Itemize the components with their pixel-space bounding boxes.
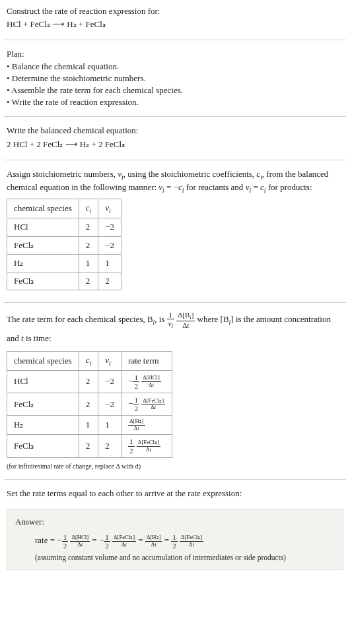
rateterm-text: The rate term for each chemical species,… [7, 311, 343, 346]
cell-nu: 1 [98, 416, 122, 435]
table-header-row: chemical species ci νi rate term [7, 351, 172, 370]
balanced-heading: Write the balanced chemical equation: [7, 125, 343, 137]
col-nu: νi [98, 351, 122, 370]
cell-c: 2 [79, 218, 98, 236]
subscript-i: i [90, 207, 92, 214]
cell-species: H₂ [7, 416, 79, 435]
divider [4, 479, 346, 480]
cell-nu: −2 [98, 370, 122, 393]
set-equal-text: Set the rate terms equal to each other t… [7, 488, 343, 499]
prompt-line: Construct the rate of reaction expressio… [7, 5, 343, 17]
cell-c: 1 [79, 416, 98, 435]
cell-rate-term: −12 Δ[HCl]Δt [122, 370, 172, 393]
plan-item-text: Write the rate of reaction expression. [12, 97, 139, 107]
table-row: HCl 2 −2 −12 Δ[HCl]Δt [7, 370, 172, 393]
cell-species: FeCl₃ [7, 272, 79, 290]
fraction: 12 [171, 533, 178, 550]
equals-sign: = [164, 535, 172, 545]
text: for products: [265, 182, 312, 192]
cell-nu: 2 [98, 435, 122, 457]
divider [4, 302, 346, 303]
rateterm-table: chemical species ci νi rate term HCl 2 −… [7, 351, 172, 458]
text: for reactants and [184, 182, 246, 192]
fraction: Δ[Bi]Δt [176, 311, 195, 329]
col-rate-term: rate term [122, 351, 172, 370]
fraction: 12 [104, 533, 110, 550]
cell-c: 2 [79, 435, 98, 457]
text: Assign stoichiometric numbers, [7, 169, 118, 179]
answer-note: (assuming constant volume and no accumul… [15, 552, 335, 563]
table-row: H₂ 1 1 [7, 254, 122, 272]
equals-sign: = [138, 535, 145, 545]
text: The rate term for each chemical species,… [7, 314, 153, 324]
table-row: FeCl₃ 2 2 12 Δ[FeCl₃]Δt [7, 435, 172, 457]
fraction: 12 [133, 373, 139, 390]
fraction: 12 [62, 533, 69, 550]
plan-item: • Assemble the rate term for each chemic… [7, 84, 343, 96]
plan-item: • Write the rate of reaction expression. [7, 96, 343, 108]
fraction: Δ[FeCl₂]Δt [112, 534, 136, 548]
text: = − [164, 182, 178, 192]
cell-nu: 1 [98, 254, 122, 272]
plan-item: • Balance the chemical equation. [7, 61, 343, 73]
cell-species: FeCl₃ [7, 435, 79, 457]
cell-species: FeCl₂ [7, 393, 79, 416]
cell-nu: 2 [98, 272, 122, 290]
col-c: ci [79, 199, 98, 218]
col-species: chemical species [7, 199, 79, 218]
divider [4, 116, 346, 117]
cell-species: H₂ [7, 254, 79, 272]
cell-c: 2 [79, 236, 98, 254]
divider [4, 40, 346, 40]
cell-c: 2 [79, 370, 98, 393]
answer-box: Answer: rate = −12 Δ[HCl]Δt = −12 Δ[FeCl… [7, 509, 343, 570]
plan-item-text: Assemble the rate term for each chemical… [11, 85, 183, 95]
table-row: FeCl₃ 2 2 [7, 272, 122, 290]
cell-nu: −2 [98, 393, 122, 416]
cell-c: 2 [79, 393, 98, 416]
infinitesimal-note: (for infinitesimal rate of change, repla… [7, 462, 343, 471]
col-c: ci [79, 351, 98, 370]
fraction: Δ[FeCl₃]Δt [137, 439, 160, 453]
table-header-row: chemical species ci νi [7, 199, 122, 218]
subscript-i: i [109, 207, 111, 214]
text: , using the stoichiometric coefficients, [123, 169, 257, 179]
fraction: 1νi [167, 311, 174, 329]
cell-c: 2 [79, 272, 98, 290]
fraction: 12 [128, 437, 135, 454]
cell-species: FeCl₂ [7, 236, 79, 254]
table-row: HCl 2 −2 [7, 218, 122, 236]
stoich-text: Assign stoichiometric numbers, νi, using… [7, 168, 343, 195]
text: = [251, 182, 260, 192]
plan-item: • Determine the stoichiometric numbers. [7, 73, 343, 84]
cell-species: HCl [7, 218, 79, 236]
plan-heading: Plan: [7, 48, 343, 60]
table-row: FeCl₂ 2 −2 [7, 236, 122, 254]
cell-c: 1 [79, 254, 98, 272]
equals-sign: = [92, 535, 99, 545]
table-row: FeCl₂ 2 −2 −12 Δ[FeCl₂]Δt [7, 393, 172, 416]
fraction: Δ[H₂]Δt [145, 534, 162, 548]
cell-rate-term: −12 Δ[FeCl₂]Δt [122, 393, 172, 416]
fraction: Δ[FeCl₂]Δt [141, 398, 165, 411]
text: is time: [24, 333, 52, 343]
plan-item-text: Determine the stoichiometric numbers. [12, 73, 146, 83]
subscript-i: i [90, 359, 92, 366]
fraction: Δ[FeCl₃]Δt [180, 534, 203, 548]
cell-nu: −2 [98, 218, 122, 236]
cell-nu: −2 [98, 236, 122, 254]
text: , is [155, 314, 166, 324]
cell-rate-term: Δ[H₂]Δt [122, 416, 172, 435]
fraction: Δ[H₂]Δt [128, 418, 145, 432]
fraction: Δ[HCl]Δt [70, 534, 90, 548]
plan-item-text: Balance the chemical equation. [12, 61, 119, 71]
table-row: H₂ 1 1 Δ[H₂]Δt [7, 416, 172, 435]
balanced-equation: 2 HCl + 2 FeCl₂ ⟶ H₂ + 2 FeCl₃ [7, 137, 343, 152]
text: where [B [197, 314, 229, 324]
col-species: chemical species [7, 351, 79, 370]
divider [4, 160, 346, 160]
cell-rate-term: 12 Δ[FeCl₃]Δt [122, 435, 172, 457]
prompt-equation: HCl + FeCl₂ ⟶ H₂ + FeCl₃ [7, 17, 343, 32]
stoich-table: chemical species ci νi HCl 2 −2 FeCl₂ 2 … [7, 199, 122, 290]
answer-label: Answer: [15, 516, 335, 528]
